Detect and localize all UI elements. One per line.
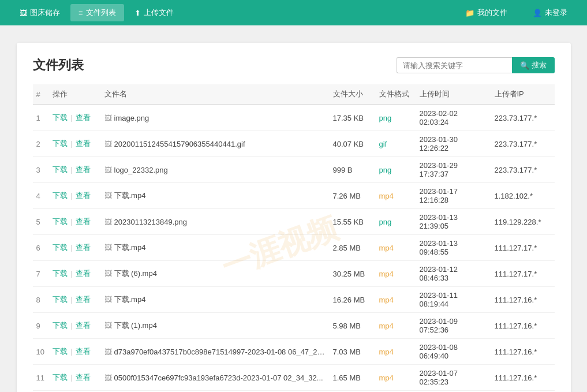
view-link[interactable]: 查看 <box>76 165 91 174</box>
view-link[interactable]: 查看 <box>76 347 91 356</box>
file-icon: 🖼 <box>104 321 112 330</box>
row-filename: 🖼image.png <box>101 104 330 131</box>
view-link[interactable]: 查看 <box>76 139 91 148</box>
filename-text: 20230113213849.png <box>114 218 188 226</box>
row-op: 下载 | 查看 <box>49 313 101 339</box>
view-link[interactable]: 查看 <box>76 321 91 330</box>
nav-item-login[interactable]: 👤 未登录 <box>525 4 575 21</box>
fmt-badge: png <box>379 114 392 122</box>
row-time: 2023-02-02 02:03:24 <box>416 104 491 131</box>
download-link[interactable]: 下载 <box>53 191 68 200</box>
row-time: 2023-01-29 17:37:37 <box>416 157 491 183</box>
row-time: 2023-01-08 06:49:40 <box>416 339 491 365</box>
file-icon: 🖼 <box>104 348 112 356</box>
view-link[interactable]: 查看 <box>76 113 91 122</box>
file-icon: 🖼 <box>104 191 112 200</box>
row-num: 10 <box>33 339 49 365</box>
row-size: 40.07 KB <box>330 131 376 157</box>
row-ip: 111.127.17.* <box>491 261 555 287</box>
view-link[interactable]: 查看 <box>76 191 91 200</box>
op-separator: | <box>70 347 72 356</box>
row-size: 7.26 MB <box>330 183 376 209</box>
row-fmt: mp4 <box>376 287 416 313</box>
table-header: # 操作 文件名 文件大小 文件格式 上传时间 上传者IP <box>33 84 555 104</box>
nav-item-file-list[interactable]: ≡ 文件列表 <box>70 4 124 21</box>
nav-label-image-storage: 图床储存 <box>30 8 60 18</box>
row-size: 16.26 MB <box>330 287 376 313</box>
row-ip: 1.182.102.* <box>491 183 555 209</box>
row-size: 5.98 MB <box>330 313 376 339</box>
fmt-badge: mp4 <box>379 374 394 382</box>
download-link[interactable]: 下载 <box>53 165 68 174</box>
row-ip: 119.129.228.* <box>491 209 555 235</box>
download-link[interactable]: 下载 <box>53 321 68 330</box>
row-num: 9 <box>33 313 49 339</box>
row-num: 8 <box>33 287 49 313</box>
fmt-badge: png <box>379 166 392 174</box>
view-link[interactable]: 查看 <box>76 217 91 226</box>
row-time: 2023-01-11 08:19:44 <box>416 287 491 313</box>
nav-item-image-storage[interactable]: 🖼 图床储存 <box>12 4 68 21</box>
op-separator: | <box>70 269 72 278</box>
download-link[interactable]: 下载 <box>53 217 68 226</box>
filename-text: 0500f015347ce697fc93a193efa6723d-2023-01… <box>114 374 323 382</box>
download-link[interactable]: 下载 <box>53 347 68 356</box>
row-ip: 111.127.16.* <box>491 365 555 391</box>
filename-text: image.png <box>114 114 149 122</box>
row-ip: 111.127.16.* <box>491 287 555 313</box>
download-link[interactable]: 下载 <box>53 373 68 382</box>
nav-item-upload[interactable]: ⬆ 上传文件 <box>126 4 182 21</box>
row-op: 下载 | 查看 <box>49 339 101 365</box>
search-button[interactable]: 🔍 搜索 <box>512 57 555 73</box>
download-link[interactable]: 下载 <box>53 139 68 148</box>
row-ip: 111.127.16.* <box>491 339 555 365</box>
fmt-badge: gif <box>379 140 387 148</box>
filename-text: 下载.mp4 <box>114 191 146 200</box>
row-fmt: mp4 <box>376 235 416 261</box>
file-list-icon: ≡ <box>78 9 83 17</box>
row-num: 6 <box>33 235 49 261</box>
filename-text: 下载.mp4 <box>114 243 146 252</box>
download-link[interactable]: 下载 <box>53 243 68 252</box>
row-filename: 🖼20200115124554157906355440441.gif <box>101 131 330 157</box>
row-time: 2023-01-09 07:52:36 <box>416 313 491 339</box>
download-link[interactable]: 下载 <box>53 295 68 304</box>
navbar: 🖼 图床储存 ≡ 文件列表 ⬆ 上传文件 📁 我的文件 👤 未登录 <box>0 0 587 25</box>
view-link[interactable]: 查看 <box>76 269 91 278</box>
file-icon: 🖼 <box>104 166 112 174</box>
table-body: 1 下载 | 查看 🖼image.png 17.35 KB png 2023-0… <box>33 104 555 392</box>
folder-icon: 📁 <box>465 9 474 17</box>
row-ip: 223.73.177.* <box>491 157 555 183</box>
view-link[interactable]: 查看 <box>76 295 91 304</box>
row-filename: 🖼0500f015347ce697fc93a193efa6723d-2023-0… <box>101 365 330 391</box>
filename-text: d73a970ef0a437517b0c898e71514997-2023-01… <box>114 348 328 356</box>
view-link[interactable]: 查看 <box>76 373 91 382</box>
page-wrapper: 一涯视频 文件列表 🔍 搜索 # 操作 文件名 文件大小 文件格式 上传 <box>0 43 587 392</box>
download-link[interactable]: 下载 <box>53 113 68 122</box>
nav-item-my-files[interactable]: 📁 我的文件 <box>457 4 515 21</box>
row-filename: 🖼下载.mp4 <box>101 235 330 261</box>
search-input[interactable] <box>397 57 512 73</box>
file-icon: 🖼 <box>104 295 112 304</box>
nav-label-my-files: 我的文件 <box>477 8 507 18</box>
row-fmt: png <box>376 209 416 235</box>
download-link[interactable]: 下载 <box>53 269 68 278</box>
view-link[interactable]: 查看 <box>76 243 91 252</box>
row-fmt: gif <box>376 131 416 157</box>
filename-text: 下载.mp4 <box>114 295 146 304</box>
row-ip: 223.73.177.* <box>491 104 555 131</box>
row-filename: 🖼20230113213849.png <box>101 209 330 235</box>
filename-text: 下载 (6).mp4 <box>114 269 157 278</box>
row-ip: 223.73.177.* <box>491 131 555 157</box>
row-time: 2023-01-13 21:39:05 <box>416 209 491 235</box>
page-title: 文件列表 <box>33 57 84 74</box>
row-op: 下载 | 查看 <box>49 104 101 131</box>
nav-label-file-list: 文件列表 <box>86 8 116 18</box>
file-icon: 🖼 <box>104 374 112 382</box>
col-header-name: 文件名 <box>101 84 330 104</box>
row-num: 11 <box>33 365 49 391</box>
row-time: 2023-01-07 02:35:23 <box>416 365 491 391</box>
row-num: 2 <box>33 131 49 157</box>
row-ip: 111.127.17.* <box>491 235 555 261</box>
fmt-badge: png <box>379 218 392 226</box>
